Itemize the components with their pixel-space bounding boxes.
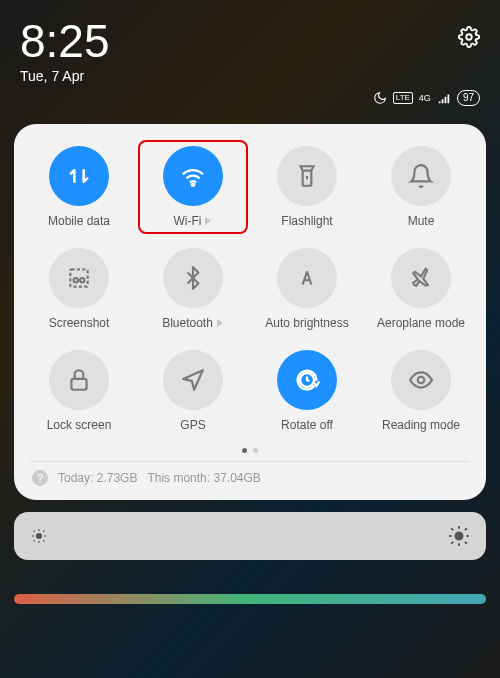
dnd-moon-icon	[373, 91, 387, 105]
mute-label: Mute	[408, 214, 435, 228]
auto-brightness-label: Auto brightness	[265, 316, 348, 330]
svg-rect-7	[71, 379, 86, 390]
svg-point-19	[455, 532, 462, 539]
gear-icon	[458, 26, 480, 48]
aeroplane-tile[interactable]: Aeroplane mode	[366, 242, 476, 336]
svg-rect-4	[70, 269, 87, 286]
wifi-tile[interactable]: Wi-Fi	[138, 140, 248, 234]
aeroplane-icon	[391, 248, 451, 308]
network-4g-label: 4G	[419, 93, 431, 103]
rotate-off-label: Rotate off	[281, 418, 333, 432]
reading-mode-tile[interactable]: Reading mode	[366, 344, 476, 438]
mobile-data-icon	[49, 146, 109, 206]
svg-point-0	[466, 34, 472, 40]
date-label: Tue, 7 Apr	[20, 68, 480, 84]
signal-icon	[437, 91, 451, 105]
lock-screen-label: Lock screen	[47, 418, 112, 432]
mobile-data-label: Mobile data	[48, 214, 110, 228]
data-usage-row[interactable]: ? Today: 2.73GB This month: 37.04GB	[24, 462, 476, 490]
auto-brightness-icon	[277, 248, 337, 308]
usage-month: This month: 37.04GB	[147, 471, 260, 485]
bluetooth-icon	[163, 248, 223, 308]
volte-badge: LTE	[393, 92, 413, 104]
gps-tile[interactable]: GPS	[138, 344, 248, 438]
expand-icon	[217, 319, 223, 327]
quick-settings-panel: Mobile dataWi-FiFlashlightMuteScreenshot…	[14, 124, 486, 500]
flashlight-label: Flashlight	[281, 214, 332, 228]
lock-screen-tile[interactable]: Lock screen	[24, 344, 134, 438]
help-icon: ?	[32, 470, 48, 486]
settings-button[interactable]	[458, 26, 480, 52]
mobile-data-tile[interactable]: Mobile data	[24, 140, 134, 234]
battery-indicator: 97	[457, 90, 480, 106]
brightness-low-icon	[30, 527, 48, 545]
usage-today: Today: 2.73GB	[58, 471, 137, 485]
brightness-high-icon	[448, 525, 470, 547]
reading-mode-icon	[391, 350, 451, 410]
flashlight-icon	[277, 146, 337, 206]
wifi-label: Wi-Fi	[174, 214, 213, 228]
mute-icon	[391, 146, 451, 206]
svg-line-25	[465, 542, 467, 544]
clock-time: 8:25	[20, 18, 110, 64]
page-dot-2	[253, 448, 258, 453]
svg-point-1	[192, 184, 194, 186]
expand-icon	[205, 217, 211, 225]
svg-point-9	[418, 377, 425, 384]
svg-point-5	[74, 278, 78, 282]
lock-screen-icon	[49, 350, 109, 410]
rotate-off-icon	[277, 350, 337, 410]
page-indicator[interactable]	[24, 448, 476, 453]
brightness-slider[interactable]	[14, 512, 486, 560]
gps-label: GPS	[180, 418, 205, 432]
auto-brightness-tile[interactable]: Auto brightness	[252, 242, 362, 336]
bluetooth-label: Bluetooth	[162, 316, 224, 330]
aeroplane-label: Aeroplane mode	[377, 316, 465, 330]
bluetooth-tile[interactable]: Bluetooth	[138, 242, 248, 336]
screenshot-tile[interactable]: Screenshot	[24, 242, 134, 336]
svg-line-15	[34, 531, 35, 532]
background-decoration	[14, 594, 486, 604]
reading-mode-label: Reading mode	[382, 418, 460, 432]
wifi-icon	[163, 146, 223, 206]
screenshot-icon	[49, 248, 109, 308]
svg-line-27	[465, 528, 467, 530]
svg-line-26	[451, 542, 453, 544]
svg-line-17	[34, 540, 35, 541]
svg-point-6	[80, 278, 84, 282]
mute-tile[interactable]: Mute	[366, 140, 476, 234]
page-dot-1	[242, 448, 247, 453]
gps-icon	[163, 350, 223, 410]
rotate-off-tile[interactable]: Rotate off	[252, 344, 362, 438]
screenshot-label: Screenshot	[49, 316, 110, 330]
status-bar-icons: LTE 4G 97	[20, 90, 480, 106]
svg-line-16	[43, 540, 44, 541]
flashlight-tile[interactable]: Flashlight	[252, 140, 362, 234]
svg-line-24	[451, 528, 453, 530]
svg-point-10	[37, 534, 42, 539]
svg-line-18	[43, 531, 44, 532]
